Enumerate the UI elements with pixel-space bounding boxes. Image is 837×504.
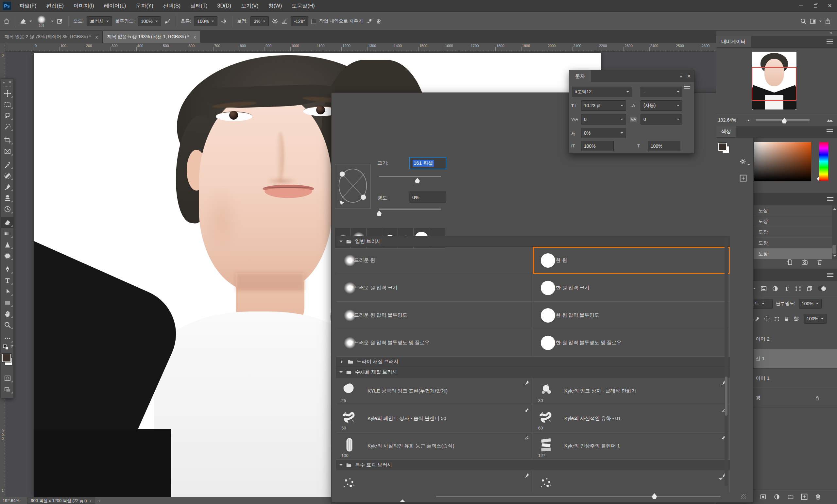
status-doc-size[interactable]: 900 픽셀 x 1200 픽셀 (72 ppi)›: [27, 498, 95, 504]
brush-preset-item[interactable]: 50Kyle의 페인트 상자 - 습식 블렌더 50: [336, 405, 533, 432]
brush-angle-field[interactable]: -128°: [291, 16, 308, 26]
brush-preset-item[interactable]: [336, 470, 533, 492]
fill-select[interactable]: 100%: [804, 314, 826, 324]
eraser-tool[interactable]: [1, 217, 14, 228]
preset-size-track[interactable]: [436, 496, 720, 497]
menu-item-10[interactable]: 도움말(H): [287, 0, 319, 12]
erase-history-checkbox[interactable]: [311, 19, 316, 24]
kerning-select[interactable]: 0: [581, 114, 626, 125]
brush-preset-item[interactable]: 127Kyle의 인상주의 블렌더 1: [533, 432, 730, 460]
type-tool[interactable]: [1, 275, 14, 286]
new-group-icon[interactable]: [787, 493, 794, 500]
size-slider-thumb[interactable]: [415, 178, 420, 183]
smoothing-gear-icon[interactable]: [272, 18, 278, 24]
delete-layer-icon[interactable]: [815, 493, 821, 500]
menu-item-8[interactable]: 보기(V): [236, 0, 263, 12]
size-input[interactable]: 161 픽셀: [409, 157, 446, 169]
new-snapshot-icon[interactable]: [801, 259, 808, 265]
filter-adjustment-icon[interactable]: [772, 285, 779, 292]
toolbar-grip[interactable]: [4, 85, 11, 88]
pen-tool[interactable]: [1, 264, 14, 275]
edit-toolbar[interactable]: [1, 333, 14, 344]
gradient-tool[interactable]: [1, 228, 14, 239]
close-button[interactable]: ✕: [823, 0, 837, 12]
symmetry-icon[interactable]: [375, 18, 382, 24]
hue-marker-icon[interactable]: [815, 177, 819, 181]
workspace-switcher-icon[interactable]: [809, 18, 816, 24]
restore-button[interactable]: [808, 0, 823, 12]
brush-preset-item[interactable]: 부드러운 원 압력 크기: [336, 274, 533, 301]
new-document-from-state-icon[interactable]: [786, 259, 793, 265]
share-icon[interactable]: [824, 18, 831, 24]
collapse-panel-icon[interactable]: «: [680, 74, 682, 79]
brush-section-header-3[interactable]: 특수 효과 브러시: [336, 460, 730, 470]
status-zoom-value[interactable]: 192.64%: [3, 498, 19, 503]
screen-mode-button[interactable]: [1, 384, 14, 395]
pressure-opacity-icon[interactable]: [164, 18, 171, 24]
tab-navigator[interactable]: 내비게이터: [716, 36, 751, 48]
brush-preset-item[interactable]: 25KYLE 궁극의 잉크 표현(두껍게/얇게): [336, 378, 533, 404]
collapse-toolbar-icon[interactable]: »: [3, 80, 4, 84]
brush-tool[interactable]: [1, 181, 14, 193]
brush-section-header-1[interactable]: 드라이 재질 브러시: [336, 357, 730, 367]
brush-preset-item[interactable]: 선명한 원: [533, 247, 730, 274]
history-brush-tool[interactable]: [1, 204, 14, 215]
home-icon[interactable]: [3, 18, 10, 24]
menu-item-2[interactable]: 이미지(I): [69, 0, 99, 12]
scroll-down-icon[interactable]: [719, 478, 723, 482]
lock-pixels-icon[interactable]: [754, 316, 760, 322]
status-menu-icon[interactable]: ‹: [99, 498, 100, 503]
blend-mode-select[interactable]: 트: [752, 299, 772, 308]
filter-shape-icon[interactable]: [795, 285, 801, 292]
preset-size-thumb[interactable]: [652, 493, 657, 499]
filter-toggle[interactable]: [818, 286, 826, 291]
leading-select[interactable]: (자동): [641, 100, 682, 111]
lasso-tool[interactable]: [1, 110, 14, 121]
font-style-select[interactable]: -: [641, 87, 682, 97]
close-tab-icon[interactable]: x: [194, 34, 196, 39]
new-brush-icon[interactable]: [740, 175, 747, 182]
brush-settings-panel-toggle-icon[interactable]: [57, 18, 63, 24]
spot-healing-tool[interactable]: [1, 170, 14, 181]
popup-gear-icon[interactable]: [740, 158, 746, 165]
hardness-input[interactable]: 0%: [409, 191, 446, 203]
path-selection-tool[interactable]: [1, 286, 14, 297]
color-saturation-field[interactable]: [754, 142, 811, 181]
menu-item-4[interactable]: 문자(Y): [131, 0, 158, 12]
foreground-background-swatches[interactable]: [1, 352, 14, 373]
tab-character[interactable]: 문자: [569, 70, 591, 82]
dodge-tool[interactable]: [1, 250, 14, 262]
resize-grip-icon[interactable]: [741, 494, 746, 499]
swap-colors-icon[interactable]: ⇄: [11, 344, 13, 348]
pressure-size-icon[interactable]: [366, 18, 372, 24]
menu-item-5[interactable]: 선택(S): [158, 0, 185, 12]
lock-all-icon[interactable]: [784, 316, 789, 322]
close-tab-icon[interactable]: x: [95, 34, 98, 39]
close-toolbar-icon[interactable]: ✕: [9, 80, 12, 84]
eyedropper-tool[interactable]: [1, 159, 14, 170]
filter-smart-object-icon[interactable]: [806, 285, 813, 292]
sharpen-tool[interactable]: [1, 239, 14, 250]
zoom-tool[interactable]: [1, 319, 14, 330]
horizontal-scale-input[interactable]: 100%: [648, 141, 680, 151]
vertical-scale-input[interactable]: 100%: [581, 141, 614, 151]
quick-mask-button[interactable]: [1, 373, 14, 384]
mode-select[interactable]: 브러시: [87, 16, 112, 26]
menu-item-3[interactable]: 레이어(L): [99, 0, 131, 12]
menu-item-0[interactable]: 파일(F): [14, 0, 41, 12]
add-mask-icon[interactable]: [760, 493, 766, 500]
brush-preset-item[interactable]: 선명한 원 압력 불투명도: [533, 302, 730, 329]
lock-position-icon[interactable]: [764, 316, 770, 322]
brush-angle-preview[interactable]: [335, 164, 371, 209]
brush-section-header-0[interactable]: 일반 브러시: [336, 236, 730, 247]
color-menu-icon[interactable]: [826, 129, 833, 134]
add-adjustment-icon[interactable]: [773, 493, 780, 500]
crop-tool[interactable]: [1, 135, 14, 146]
hand-tool[interactable]: [1, 308, 14, 319]
opacity-select[interactable]: 100%: [138, 16, 161, 26]
filter-image-icon[interactable]: [761, 285, 767, 292]
color-hue-slider[interactable]: [819, 142, 828, 181]
layers-panel-menu-icon[interactable]: [827, 273, 833, 277]
new-layer-icon[interactable]: [801, 493, 807, 500]
tab-color[interactable]: 색상: [716, 126, 736, 137]
